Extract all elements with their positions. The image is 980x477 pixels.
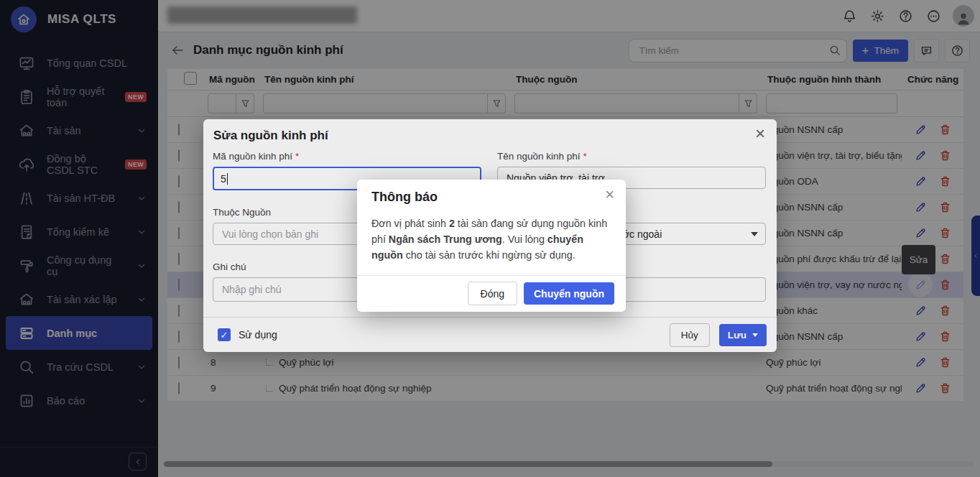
transfer-source-button[interactable]: Chuyển nguồn	[524, 282, 614, 305]
notice-dialog-message: Đơn vị phát sinh 2 tài sản đang sử dụng …	[371, 216, 611, 263]
notice-dialog-close-icon[interactable]: ×	[605, 185, 614, 204]
notice-dialog-title: Thông báo	[371, 190, 438, 205]
notice-dialog: Thông báo × Đơn vị phát sinh 2 tài sản đ…	[357, 180, 626, 312]
close-button[interactable]: Đóng	[468, 282, 517, 305]
